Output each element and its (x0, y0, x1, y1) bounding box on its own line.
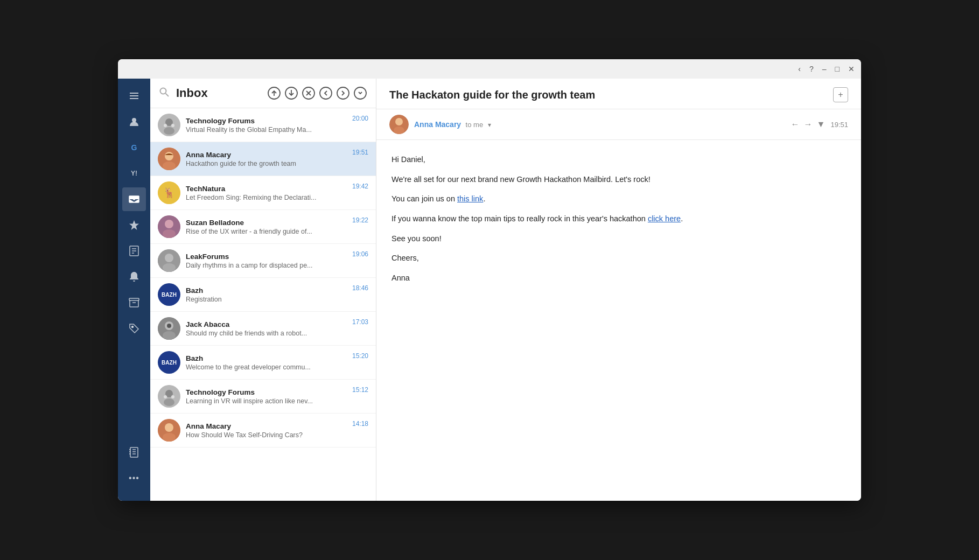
sender-avatar (389, 115, 409, 134)
email-meta: Anna Macary Hackathon guide for the grow… (186, 151, 347, 167)
email-item[interactable]: Technology Forums Learning in VR will in… (150, 380, 376, 414)
compose-icon[interactable] (267, 86, 281, 100)
forward-action-icon[interactable]: → (804, 120, 813, 129)
avatar: BAZH (158, 351, 180, 374)
reading-actions: ← → ▼ (791, 120, 826, 129)
sidebar-item-yahoo[interactable]: Y! (122, 162, 146, 185)
email-line3-suffix: . (681, 214, 683, 223)
email-from: Technology Forums (186, 388, 347, 396)
sender-to: to me (466, 121, 484, 129)
email-time: 14:18 (352, 419, 368, 428)
svg-text:🦌: 🦌 (163, 187, 176, 199)
sidebar-item-google[interactable]: G (122, 136, 146, 159)
email-time: 15:20 (352, 351, 368, 360)
main-content: G Y! (118, 79, 861, 501)
forward-icon[interactable] (336, 86, 350, 100)
email-subject: Learning in VR will inspire action like … (186, 397, 347, 405)
email-meta: Jack Abacca Should my child be friends w… (186, 320, 347, 337)
email-line4: See you soon! (391, 232, 846, 246)
email-meta: Bazh Registration (186, 286, 347, 303)
minimize-btn[interactable]: – (822, 65, 827, 73)
email-subject: Should my child be friends with a robot.… (186, 330, 347, 337)
email-from: Suzan Belladone (186, 219, 347, 227)
inbox-title: Inbox (176, 86, 261, 100)
nav-back-btn[interactable]: ‹ (798, 65, 801, 73)
email-meta: TechNatura Let Freedom Sing: Remixing th… (186, 185, 347, 201)
email-item[interactable]: 🦌 TechNatura Let Freedom Sing: Remixing … (150, 176, 376, 210)
svg-point-36 (171, 124, 174, 127)
email-line5: Cheers, (391, 251, 846, 265)
sidebar-item-address-book[interactable] (122, 440, 146, 464)
more-action-icon[interactable]: ▼ (817, 120, 826, 129)
email-item[interactable]: Suzan Belladone Rise of the UX writer - … (150, 210, 376, 244)
email-subject: Daily rhythms in a camp for displaced pe… (186, 262, 347, 269)
email-time: 17:03 (352, 317, 368, 326)
svg-marker-5 (129, 220, 139, 230)
avatar (158, 317, 180, 340)
close-btn[interactable]: ✕ (848, 65, 855, 73)
sidebar-item-contacts[interactable] (122, 110, 146, 134)
email-line3-prefix: If you wanna know the top main tips to r… (391, 214, 648, 223)
email-subject: Hackathon guide for the growth team (186, 160, 347, 167)
click-here-link[interactable]: click here (648, 214, 681, 223)
email-from: LeakForums (186, 253, 347, 261)
email-time: 19:22 (352, 215, 368, 224)
email-item[interactable]: BAZH Bazh Registration 18:46 (150, 278, 376, 312)
svg-point-58 (165, 423, 173, 432)
email-time: 18:46 (352, 283, 368, 292)
reply-action-icon[interactable]: ← (791, 120, 800, 129)
sidebar-item-labels[interactable] (122, 317, 146, 340)
delete-icon[interactable] (302, 86, 316, 100)
email-item[interactable]: Anna Macary Hackathon guide for the grow… (150, 142, 376, 176)
svg-point-34 (164, 127, 174, 135)
email-time: 19:51 (352, 148, 368, 156)
app-window: ‹ ? – □ ✕ G Y! (118, 59, 861, 501)
email-list: Technology Forums Virtual Reality is the… (150, 108, 376, 501)
more-actions-icon[interactable] (353, 86, 367, 100)
email-from: Jack Abacca (186, 320, 347, 328)
email-from: TechNatura (186, 185, 347, 193)
reading-time: 19:51 (830, 121, 848, 129)
svg-point-59 (163, 433, 176, 442)
svg-point-51 (167, 324, 171, 328)
sidebar-item-starred[interactable] (122, 213, 146, 237)
email-list-header: Inbox (150, 79, 376, 108)
email-item[interactable]: Technology Forums Virtual Reality is the… (150, 108, 376, 142)
this-link[interactable]: this link (457, 194, 483, 203)
sidebar-item-more[interactable]: ••• (122, 466, 146, 490)
email-from: Technology Forums (186, 117, 347, 125)
email-item[interactable]: LeakForums Daily rhythms in a camp for d… (150, 244, 376, 278)
svg-line-21 (166, 93, 169, 96)
svg-point-55 (164, 395, 167, 398)
email-line2-suffix: . (483, 194, 485, 203)
download-icon[interactable] (284, 86, 298, 100)
svg-point-35 (164, 124, 167, 127)
avatar (158, 114, 180, 136)
sidebar-item-inbox[interactable] (122, 187, 146, 211)
reading-body: Hi Daniel, We're all set for our next br… (376, 140, 861, 501)
email-item[interactable]: BAZH Bazh Welcome to the great developer… (150, 346, 376, 380)
sender-dropdown-icon[interactable]: ▾ (488, 121, 491, 129)
email-meta: Bazh Welcome to the great developer comm… (186, 354, 347, 371)
svg-point-30 (337, 87, 349, 99)
reply-icon[interactable] (319, 86, 333, 100)
avatar (158, 215, 180, 238)
add-thread-button[interactable]: + (833, 87, 848, 102)
help-btn[interactable]: ? (809, 65, 814, 73)
email-line3: If you wanna know the top main tips to r… (391, 212, 846, 226)
email-item[interactable]: Anna Macary How Should We Tax Self-Drivi… (150, 414, 376, 447)
email-subject: Registration (186, 296, 347, 303)
svg-point-12 (132, 326, 134, 328)
email-subject: Virtual Reality is the Global Empathy Ma… (186, 126, 347, 134)
sidebar-item-menu[interactable] (122, 84, 146, 108)
email-from: Anna Macary (186, 422, 347, 430)
avatar (158, 385, 180, 408)
sidebar-item-drafts[interactable] (122, 239, 146, 263)
svg-point-56 (171, 395, 174, 398)
sidebar-item-archive[interactable] (122, 291, 146, 314)
search-icon[interactable] (159, 87, 170, 100)
maximize-btn[interactable]: □ (835, 65, 840, 73)
email-time: 15:12 (352, 385, 368, 394)
email-item[interactable]: Jack Abacca Should my child be friends w… (150, 312, 376, 346)
sidebar-item-notifications[interactable] (122, 265, 146, 289)
